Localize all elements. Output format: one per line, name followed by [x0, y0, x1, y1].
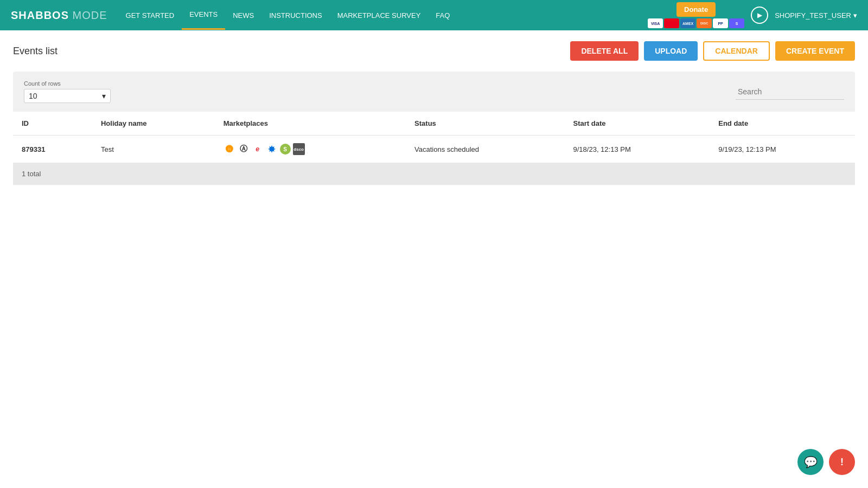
table-controls: Count of rows 10 ▾ [13, 72, 855, 112]
search-input[interactable] [736, 84, 844, 100]
table-header-row: ID Holiday name Marketplaces Status Star… [13, 112, 855, 136]
calendar-button[interactable]: CALENDAR [703, 41, 770, 61]
rows-control: Count of rows 10 ▾ [24, 80, 111, 103]
col-marketplaces: Marketplaces [215, 112, 406, 136]
nav-links: GET STARTED EVENTS NEWS INSTRUCTIONS MAR… [118, 1, 648, 30]
chat-buttons: 💬 ! [797, 449, 855, 475]
col-end-date: End date [710, 112, 855, 136]
amazon-icon: 🅐 [224, 143, 235, 155]
delete-all-button[interactable]: DELETE ALL [570, 41, 639, 61]
navbar-right: Donate VISA AMEX DISC PP S ▶ SHOPIFY_TES… [648, 2, 857, 28]
total-count: 1 total [13, 163, 855, 185]
cell-status: Vacations scheduled [406, 136, 564, 163]
page-title: Events list [13, 46, 58, 57]
alert-button[interactable]: ! [829, 449, 855, 475]
col-status: Status [406, 112, 564, 136]
main-content: Events list DELETE ALL UPLOAD CALENDAR C… [0, 30, 868, 488]
cell-marketplaces: 🅐 Ⓐ e ✸ S dsco [215, 136, 406, 163]
amazon2-icon: Ⓐ [238, 143, 250, 155]
username-label: SHOPIFY_TEST_USER [775, 11, 851, 20]
header-actions: DELETE ALL UPLOAD CALENDAR CREATE EVENT [570, 41, 855, 61]
donate-button[interactable]: Donate [676, 2, 716, 17]
amex-icon: AMEX [680, 18, 695, 28]
nav-link-faq[interactable]: FAQ [428, 2, 457, 29]
chat-button[interactable]: 💬 [797, 449, 824, 475]
rows-label: Count of rows [24, 80, 111, 87]
nav-link-marketplace-survey[interactable]: MARKETPLACE SURVEY [330, 2, 429, 29]
nav-link-news[interactable]: NEWS [225, 2, 261, 29]
stripe-icon: S [729, 18, 744, 28]
rows-select-value: 10 [29, 92, 37, 100]
cell-start-date: 9/18/23, 12:13 PM [565, 136, 710, 163]
user-menu[interactable]: SHOPIFY_TEST_USER ▾ [775, 11, 857, 20]
brand-logo[interactable]: SHABBOS MODE [11, 9, 107, 22]
chevron-down-icon: ▾ [853, 11, 857, 20]
col-id: ID [13, 112, 92, 136]
ebay-icon: e [252, 143, 264, 155]
table-row[interactable]: 879331 Test 🅐 Ⓐ e ✸ S dsco Vacations sch… [13, 136, 855, 163]
col-holiday-name: Holiday name [92, 112, 215, 136]
brand-mode: MODE [69, 9, 107, 21]
marketplace-icons: 🅐 Ⓐ e ✸ S dsco [224, 143, 397, 155]
walmart-icon: ✸ [266, 143, 278, 155]
create-event-button[interactable]: CREATE EVENT [775, 41, 855, 61]
cell-holiday-name: Test [92, 136, 215, 163]
rows-select[interactable]: 10 ▾ [24, 89, 111, 103]
select-chevron-icon: ▾ [102, 92, 106, 100]
nav-link-get-started[interactable]: GET STARTED [118, 2, 182, 29]
nav-link-events[interactable]: EVENTS [182, 1, 225, 30]
payment-icons: VISA AMEX DISC PP S [648, 18, 744, 28]
visa-icon: VISA [648, 18, 663, 28]
discover-icon: DISC [697, 18, 712, 28]
cell-id: 879331 [13, 136, 92, 163]
media-play-button[interactable]: ▶ [751, 7, 768, 24]
mastercard-icon [664, 18, 679, 28]
paypal-icon: PP [713, 18, 728, 28]
dsco-icon: dsco [293, 143, 305, 155]
chat-icon: 💬 [804, 455, 818, 468]
cell-end-date: 9/19/23, 12:13 PM [710, 136, 855, 163]
nav-link-instructions[interactable]: INSTRUCTIONS [261, 2, 330, 29]
shopify-icon: S [280, 144, 291, 155]
events-header: Events list DELETE ALL UPLOAD CALENDAR C… [13, 41, 855, 61]
upload-button[interactable]: UPLOAD [644, 41, 698, 61]
navbar: SHABBOS MODE GET STARTED EVENTS NEWS INS… [0, 0, 868, 30]
col-start-date: Start date [565, 112, 710, 136]
alert-icon: ! [840, 457, 844, 468]
brand-name: SHABBOS [11, 9, 69, 21]
events-table: ID Holiday name Marketplaces Status Star… [13, 112, 855, 185]
total-row: 1 total [13, 163, 855, 185]
